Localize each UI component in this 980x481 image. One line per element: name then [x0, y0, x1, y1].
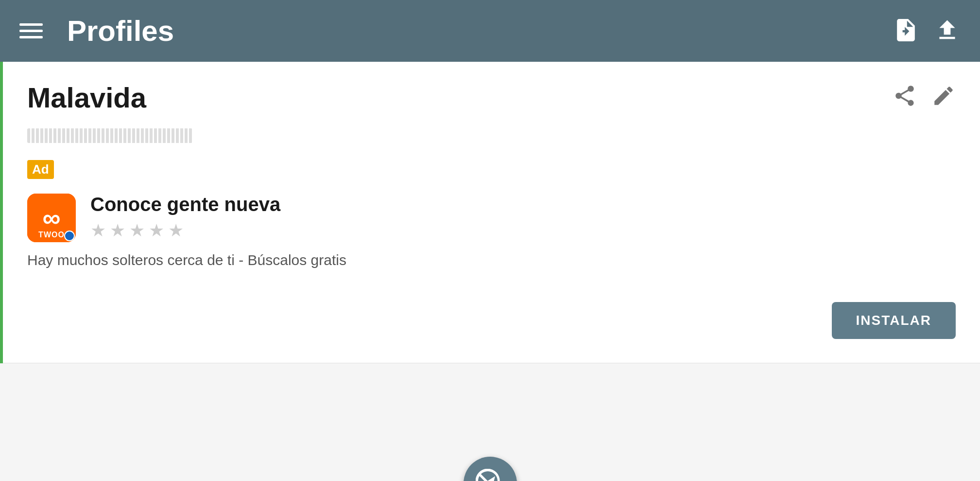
- profile-card: Malavida Ad: [0, 62, 980, 363]
- app-header: Profiles: [0, 0, 980, 62]
- app-icon-symbol: ∞: [42, 205, 60, 231]
- blurred-url: [27, 128, 192, 143]
- menu-button[interactable]: [19, 23, 43, 38]
- ad-description: Hay muchos solteros cerca de ti - Búscal…: [27, 252, 956, 268]
- ad-content: ∞ TWOO Conoce gente nueva ★ ★ ★ ★ ★: [27, 194, 956, 242]
- new-file-button[interactable]: [893, 17, 919, 45]
- share-button[interactable]: [893, 84, 917, 108]
- app-brand-label: TWOO: [38, 231, 65, 239]
- star-rating: ★ ★ ★ ★ ★: [90, 220, 280, 241]
- install-button[interactable]: INSTALAR: [832, 302, 956, 339]
- main-wrapper: Malavida Ad: [0, 62, 980, 481]
- star-1: ★: [90, 220, 106, 241]
- navigation-disabled-icon: [476, 469, 505, 481]
- header-actions: [893, 17, 961, 45]
- star-3: ★: [129, 220, 145, 241]
- app-info: Conoce gente nueva ★ ★ ★ ★ ★: [90, 194, 280, 241]
- profile-name: Malavida: [27, 81, 146, 114]
- profile-actions: [893, 84, 956, 108]
- star-5: ★: [168, 220, 184, 241]
- star-2: ★: [110, 220, 125, 241]
- fab-button[interactable]: [464, 457, 517, 481]
- star-4: ★: [149, 220, 164, 241]
- ad-badge: Ad: [27, 160, 54, 179]
- blue-dot-badge: [64, 231, 75, 241]
- app-icon[interactable]: ∞ TWOO: [27, 194, 76, 242]
- profile-header: Malavida: [27, 81, 956, 114]
- fab-container: [464, 457, 517, 481]
- page-title: Profiles: [67, 14, 174, 48]
- upload-button[interactable]: [934, 17, 961, 45]
- edit-button[interactable]: [931, 84, 956, 108]
- app-name: Conoce gente nueva: [90, 194, 280, 215]
